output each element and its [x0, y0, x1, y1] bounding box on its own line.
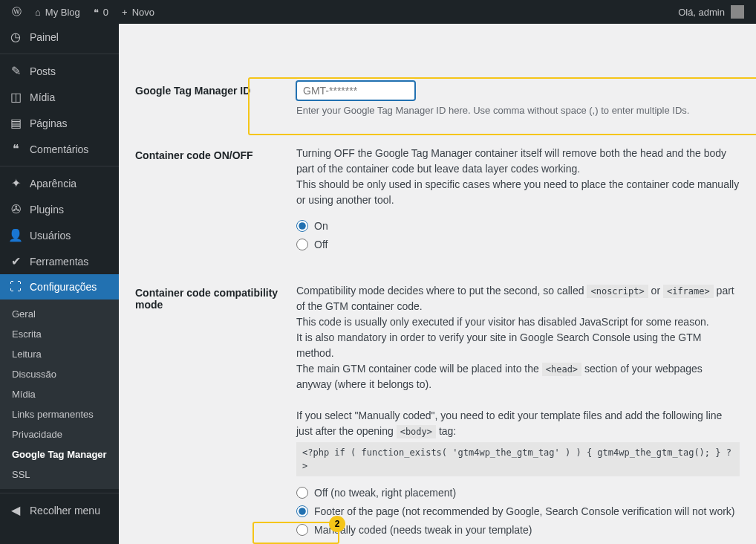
sidebar-item-comentarios[interactable]: ❝Comentários [0, 136, 119, 162]
submenu-links[interactable]: Links permanentes [0, 404, 119, 424]
compat-footer-label[interactable]: Footer of the page (not recommended by G… [314, 504, 735, 519]
home-icon: ⌂ [35, 7, 41, 18]
wordpress-icon: ⓦ [12, 5, 22, 19]
compat-p2: This code is usually only executed if yo… [296, 314, 740, 330]
comment-icon: ❝ [94, 7, 99, 18]
onoff-on-label[interactable]: On [314, 218, 328, 234]
submenu-gtm[interactable]: Google Tag Manager [0, 444, 119, 464]
onoff-desc1: Turning OFF the Google Tag Manager conta… [296, 146, 740, 177]
submenu-privacidade[interactable]: Privacidade [0, 424, 119, 444]
brush-icon: ✦ [9, 176, 22, 190]
sidebar-item-posts[interactable]: ✎Posts [0, 58, 119, 84]
compat-off-label[interactable]: Off (no tweak, right placement) [314, 485, 456, 501]
comments-icon: ❝ [9, 142, 22, 156]
tools-icon: ✔ [9, 254, 22, 268]
onoff-label: Container code ON/OFF [135, 135, 295, 271]
admin-bar: ⓦ ⌂My Blog ❝0 +Novo Olá, admin [0, 0, 756, 24]
settings-submenu: Geral Escrita Leitura Discussão Mídia Li… [0, 299, 119, 489]
submenu-ssl[interactable]: SSL [0, 464, 119, 485]
compat-footer-radio[interactable] [296, 505, 308, 517]
settings-icon: ⛶ [9, 280, 22, 294]
onoff-off-radio[interactable] [296, 239, 308, 250]
submenu-midia[interactable]: Mídia [0, 384, 119, 404]
plugin-icon: ✇ [9, 202, 22, 216]
wp-logo[interactable]: ⓦ [12, 5, 22, 19]
pin-icon: ✎ [9, 64, 22, 78]
code-iframe: <iframe> [663, 285, 714, 298]
greeting[interactable]: Olá, admin [678, 7, 725, 18]
onoff-off-label[interactable]: Off [314, 237, 328, 253]
gtm-id-desc: Enter your Google Tag Manager ID here. U… [296, 103, 740, 118]
compat-manual-radio[interactable] [296, 524, 308, 536]
submenu-escrita[interactable]: Escrita [0, 324, 119, 344]
sidebar-item-painel[interactable]: ◷Painel [0, 24, 119, 50]
admin-sidebar: ◷Painel ✎Posts ◫Mídia ▤Páginas ❝Comentár… [0, 24, 119, 544]
code-body: <body> [397, 425, 436, 438]
media-icon: ◫ [9, 90, 22, 104]
pages-icon: ▤ [9, 116, 22, 130]
sidebar-item-ferramentas[interactable]: ✔Ferramentas [0, 248, 119, 274]
sidebar-item-paginas[interactable]: ▤Páginas [0, 110, 119, 136]
new-link[interactable]: +Novo [122, 7, 154, 18]
sidebar-item-midia[interactable]: ◫Mídia [0, 84, 119, 110]
submenu-geral[interactable]: Geral [0, 304, 119, 324]
gtm-id-label: Google Tag Manager ID [135, 70, 295, 133]
compat-p5: If you select "Manually coded", you need… [296, 408, 740, 439]
sidebar-item-usuarios[interactable]: 👤Usuários [0, 222, 119, 248]
onoff-desc2: This should be only used in specific cas… [296, 177, 740, 208]
dashboard-icon: ◷ [9, 30, 22, 44]
php-code-block: <?php if ( function_exists( 'gtm4wp_the_… [296, 442, 740, 476]
site-name[interactable]: ⌂My Blog [35, 7, 80, 18]
collapse-menu[interactable]: ◀Recolher menu [0, 497, 119, 523]
sidebar-item-aparencia[interactable]: ✦Aparência [0, 170, 119, 196]
compat-manual-label[interactable]: Manually coded (needs tweak in your temp… [314, 522, 532, 538]
compat-p3: It is also mandatory in order to verify … [296, 330, 740, 361]
gtm-id-input[interactable] [296, 81, 415, 100]
submenu-leitura[interactable]: Leitura [0, 344, 119, 364]
compat-p4: The main GTM container code will be plac… [296, 361, 740, 392]
collapse-icon: ◀ [9, 503, 22, 517]
compat-label: Container code compatibility mode [135, 272, 295, 545]
submenu-discussao[interactable]: Discussão [0, 364, 119, 384]
sidebar-item-plugins[interactable]: ✇Plugins [0, 196, 119, 222]
users-icon: 👤 [9, 228, 22, 242]
code-head: <head> [542, 363, 581, 376]
compat-off-radio[interactable] [296, 487, 308, 499]
onoff-on-radio[interactable] [296, 220, 308, 232]
avatar[interactable] [731, 5, 744, 19]
code-noscript: <noscript> [587, 285, 648, 298]
comments-link[interactable]: ❝0 [94, 7, 108, 18]
main-content: Google Tag Manager ID Enter your Google … [119, 24, 756, 544]
sidebar-item-configuracoes[interactable]: ⛶Configurações [0, 274, 119, 299]
plus-icon: + [122, 7, 128, 18]
compat-p1: Compatibility mode decides where to put … [296, 283, 740, 314]
